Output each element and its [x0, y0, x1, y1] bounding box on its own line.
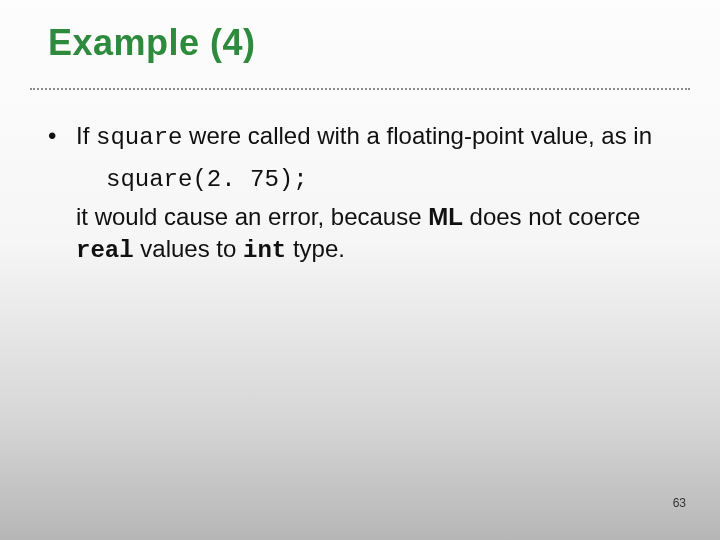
text-fragment: it would cause an error, because: [76, 203, 428, 230]
code-inline-square: square: [96, 124, 182, 151]
text-fragment: does not coerce: [463, 203, 640, 230]
text-fragment: were called with a floating-point value,…: [182, 122, 652, 149]
bullet-text: If square were called with a floating-po…: [76, 120, 672, 154]
ml-keyword: ML: [428, 203, 463, 230]
text-fragment: If: [76, 122, 96, 149]
continuation-text: it would cause an error, because ML does…: [76, 201, 672, 266]
code-inline-real: real: [76, 237, 134, 264]
bullet-item: • If square were called with a floating-…: [48, 120, 672, 154]
slide: Example (4) • If square were called with…: [0, 0, 720, 540]
code-inline-int: int: [243, 237, 286, 264]
text-fragment: type.: [286, 235, 345, 262]
bullet-mark: •: [48, 120, 76, 152]
page-number: 63: [673, 496, 686, 510]
slide-title: Example (4): [48, 22, 256, 64]
text-fragment: values to: [134, 235, 243, 262]
divider-line: [30, 88, 690, 90]
slide-body: • If square were called with a floating-…: [48, 120, 672, 267]
code-block: square(2. 75);: [106, 164, 672, 196]
